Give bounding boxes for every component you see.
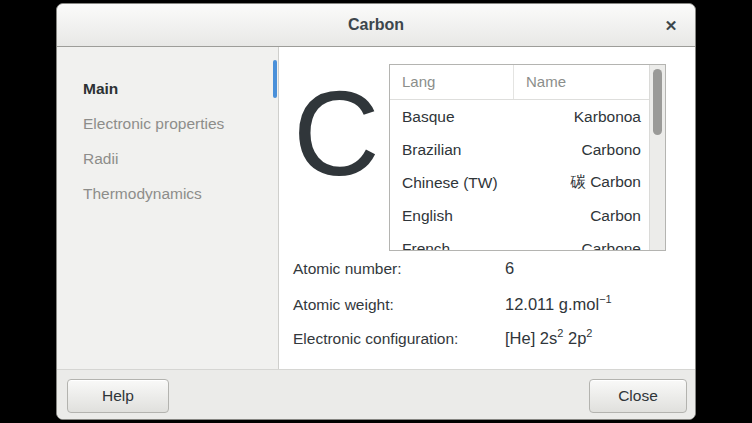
name-cell: Carbone: [514, 240, 665, 252]
properties-list: Atomic number: 6 Atomic weight: 12.011 g…: [293, 259, 685, 361]
sidebar-item-radii[interactable]: Radii: [57, 141, 278, 176]
main-panel: C Lang Name Basque Karbonoa Brazilian Ca…: [279, 47, 695, 369]
lang-cell: English: [390, 207, 514, 225]
column-header-lang[interactable]: Lang: [390, 65, 514, 99]
table-scrollbar-thumb[interactable]: [653, 69, 662, 135]
sidebar-item-main[interactable]: Main: [57, 71, 278, 106]
property-label: Atomic number:: [293, 260, 505, 278]
property-value: [He] 2s2 2p2: [505, 327, 592, 348]
window-title: Carbon: [57, 16, 695, 34]
sidebar: Main Electronic properties Radii Thermod…: [57, 47, 279, 369]
name-cell: 碳 Carbon: [514, 172, 665, 193]
name-cell: Carbon: [514, 207, 665, 225]
table-row[interactable]: Chinese (TW) 碳 Carbon: [390, 166, 665, 199]
property-label: Atomic weight:: [293, 296, 505, 314]
property-value: 6: [505, 259, 514, 278]
table-row[interactable]: French Carbone: [390, 232, 665, 251]
name-cell: Carbono: [514, 141, 665, 159]
sidebar-item-thermodynamics[interactable]: Thermodynamics: [57, 176, 278, 211]
close-button[interactable]: Close: [589, 379, 687, 413]
dialog-action-area: Help Close: [57, 369, 695, 420]
property-value: 12.011 g.mol−1: [505, 293, 612, 314]
close-icon[interactable]: ✕: [659, 14, 683, 38]
lang-cell: Chinese (TW): [390, 174, 514, 192]
element-dialog-window: Carbon ✕ Main Electronic properties Radi…: [56, 3, 696, 420]
property-atomic-number: Atomic number: 6: [293, 259, 685, 293]
sidebar-scrollbar-thumb[interactable]: [273, 60, 277, 98]
table-header: Lang Name: [390, 65, 665, 100]
element-names-table: Lang Name Basque Karbonoa Brazilian Carb…: [389, 64, 666, 251]
dialog-body: Main Electronic properties Radii Thermod…: [57, 47, 695, 369]
help-button[interactable]: Help: [67, 379, 169, 413]
table-row[interactable]: Basque Karbonoa: [390, 100, 665, 133]
property-electronic-configuration: Electronic configuration: [He] 2s2 2p2: [293, 327, 685, 361]
name-cell: Karbonoa: [514, 108, 665, 126]
property-atomic-weight: Atomic weight: 12.011 g.mol−1: [293, 293, 685, 327]
element-symbol: C: [293, 73, 380, 193]
lang-cell: Basque: [390, 108, 514, 126]
property-label: Electronic configuration:: [293, 330, 505, 348]
sidebar-item-electronic-properties[interactable]: Electronic properties: [57, 106, 278, 141]
table-scrollbar[interactable]: [649, 65, 665, 250]
table-row[interactable]: English Carbon: [390, 199, 665, 232]
lang-cell: French: [390, 240, 514, 252]
titlebar[interactable]: Carbon ✕: [57, 4, 695, 47]
column-header-name[interactable]: Name: [514, 65, 665, 99]
lang-cell: Brazilian: [390, 141, 514, 159]
table-row[interactable]: Brazilian Carbono: [390, 133, 665, 166]
